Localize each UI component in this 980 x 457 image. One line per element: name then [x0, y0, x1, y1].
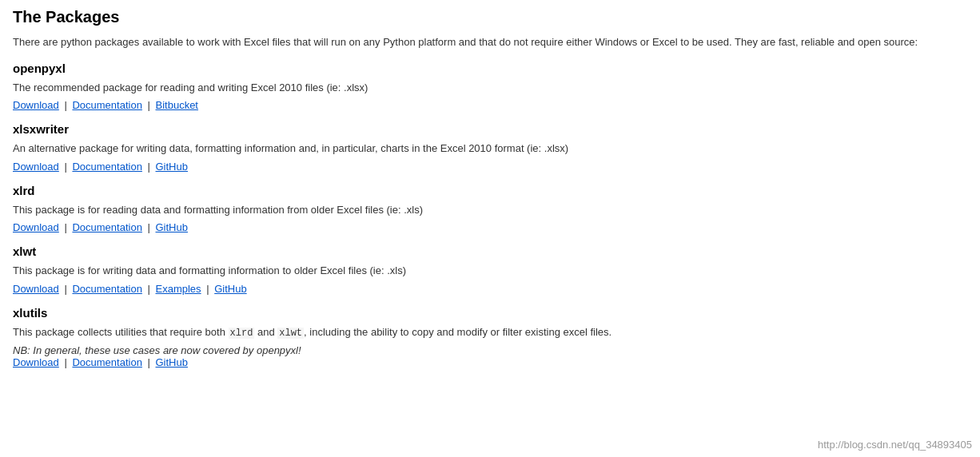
package-desc-xlwt: This package is for writing data and for… [13, 263, 967, 279]
link-separator: | [145, 161, 153, 173]
link-documentation-openpyxl[interactable]: Documentation [72, 99, 141, 111]
package-name-xlutils: xlutils [13, 306, 967, 320]
link-github-xlutils[interactable]: GitHub [156, 356, 188, 368]
link-separator: | [62, 161, 70, 173]
package-links-xlutils: Download | Documentation | GitHub [13, 356, 967, 368]
link-documentation-xlrd[interactable]: Documentation [72, 221, 141, 233]
package-desc-xlrd: This package is for reading data and for… [13, 202, 967, 218]
link-separator: | [145, 356, 153, 368]
package-section-xlrd: xlrdThis package is for reading data and… [13, 184, 967, 234]
package-name-openpyxl: openpyxl [13, 62, 967, 75]
link-separator: | [145, 99, 153, 111]
link-github-xlrd[interactable]: GitHub [156, 221, 188, 233]
watermark: http://blog.csdn.net/qq_34893405 [818, 439, 972, 451]
link-download-xlwt[interactable]: Download [13, 283, 59, 295]
package-desc-xlutils: This package collects utilities that req… [13, 324, 967, 340]
page-title: The Packages [13, 8, 967, 26]
package-links-xlsxwriter: Download | Documentation | GitHub [13, 161, 967, 173]
link-github-xlwt[interactable]: GitHub [214, 283, 246, 295]
link-documentation-xlwt[interactable]: Documentation [72, 283, 141, 295]
link-bitbucket-openpyxl[interactable]: Bitbucket [156, 99, 198, 111]
link-github-xlsxwriter[interactable]: GitHub [156, 161, 188, 173]
package-links-xlwt: Download | Documentation | Examples | Gi… [13, 283, 967, 295]
link-documentation-xlsxwriter[interactable]: Documentation [72, 161, 141, 173]
package-section-openpyxl: openpyxlThe recommended package for read… [13, 62, 967, 112]
link-separator: | [62, 221, 70, 233]
link-download-xlrd[interactable]: Download [13, 221, 59, 233]
intro-paragraph: There are python packages available to w… [13, 34, 967, 50]
package-links-openpyxl: Download | Documentation | Bitbucket [13, 99, 967, 111]
package-section-xlwt: xlwtThis package is for writing data and… [13, 244, 967, 295]
package-desc-xlsxwriter: An alternative package for writing data,… [13, 141, 967, 157]
package-name-xlsxwriter: xlsxwriter [13, 122, 967, 136]
link-examples-xlwt[interactable]: Examples [156, 283, 201, 295]
package-links-xlrd: Download | Documentation | GitHub [13, 221, 967, 233]
link-separator: | [62, 99, 70, 111]
link-separator: | [145, 221, 153, 233]
package-section-xlutils: xlutilsThis package collects utilities t… [13, 306, 967, 368]
package-nb-xlutils: NB: In general, these use cases are now … [13, 344, 967, 356]
link-separator: | [145, 283, 153, 295]
link-separator: | [62, 283, 70, 295]
link-separator: | [62, 356, 70, 368]
link-download-xlutils[interactable]: Download [13, 356, 59, 368]
link-download-xlsxwriter[interactable]: Download [13, 161, 59, 173]
link-documentation-xlutils[interactable]: Documentation [72, 356, 141, 368]
package-desc-openpyxl: The recommended package for reading and … [13, 80, 967, 96]
link-separator: | [204, 283, 213, 295]
package-section-xlsxwriter: xlsxwriterAn alternative package for wri… [13, 122, 967, 173]
package-name-xlwt: xlwt [13, 244, 967, 258]
package-name-xlrd: xlrd [13, 184, 967, 197]
link-download-openpyxl[interactable]: Download [13, 99, 59, 111]
